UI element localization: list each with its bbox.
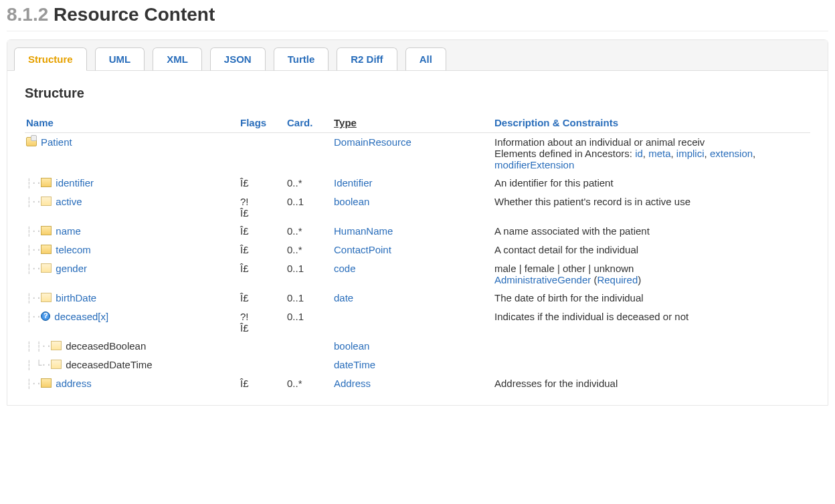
cardinality: 0..1 [286, 193, 333, 222]
element-name[interactable]: telecom [56, 244, 91, 255]
flags: Î£ [239, 374, 286, 393]
type-link[interactable]: Identifier [334, 177, 373, 188]
element-name[interactable]: gender [56, 263, 87, 274]
type-link[interactable]: HumanName [334, 225, 393, 237]
flags [239, 133, 286, 174]
tab-json[interactable]: JSON [210, 47, 266, 71]
description: Information about an individual or anima… [493, 133, 810, 174]
element-name[interactable]: name [56, 225, 81, 237]
cardinality: 0..1 [286, 307, 333, 337]
description: Whether this patient's record is in acti… [493, 193, 810, 222]
cardinality: 0..* [286, 374, 333, 393]
description [493, 337, 810, 356]
element-name[interactable]: deceased[x] [54, 311, 108, 322]
element-name: deceasedDateTime [66, 359, 153, 370]
tab-r2-diff[interactable]: R2 Diff [337, 47, 397, 71]
type-link[interactable]: boolean [334, 196, 369, 207]
tab-structure[interactable]: Structure [14, 47, 87, 71]
element-name[interactable]: identifier [56, 177, 94, 188]
element-name[interactable]: active [56, 196, 82, 207]
structure-table: Name Flags Card. Type Description & Cons… [25, 113, 810, 393]
row-gender: ┆·· genderÎ£0..1codemale | female | othe… [25, 259, 810, 289]
type-link[interactable]: boolean [334, 340, 369, 352]
flags [239, 356, 286, 374]
section-heading: Structure [25, 86, 810, 101]
tree-lines: ┆ └·· [26, 359, 51, 371]
type-link[interactable]: ContactPoint [334, 244, 391, 255]
cardinality: 0..* [286, 241, 333, 259]
prim-icon [41, 293, 52, 302]
flags: Î£ [239, 241, 286, 259]
row-deceased: ┆·· deceased[x]?! Î£0..1Indicates if the… [25, 307, 810, 337]
description: A name associated with the patient [493, 222, 810, 241]
page-title-text: Resource Content [54, 4, 215, 25]
resource-content-panel: StructureUMLXMLJSONTurtleR2 DiffAll Stru… [7, 39, 828, 406]
prim-icon [41, 197, 52, 206]
cube-icon [41, 178, 52, 187]
cardinality [286, 133, 333, 174]
ancestor-link[interactable]: id [635, 148, 643, 159]
cardinality: 0..* [286, 174, 333, 193]
description: male | female | other | unknownAdministr… [493, 259, 810, 289]
binding-link[interactable]: AdministrativeGender [494, 274, 591, 285]
col-header-name[interactable]: Name [25, 113, 239, 133]
col-header-card[interactable]: Card. [286, 113, 333, 133]
tab-uml[interactable]: UML [95, 47, 145, 71]
col-header-desc[interactable]: Description & Constraints [493, 113, 810, 133]
type-link[interactable]: DomainResource [334, 136, 411, 148]
description: An identifier for this patient [493, 174, 810, 193]
tree-lines: ┆·· [26, 225, 41, 237]
row-deceasedBoolean: ┆ ┆·· deceasedBooleanboolean [25, 337, 810, 356]
element-name[interactable]: address [56, 378, 91, 389]
row-active: ┆·· active?! Î£0..1booleanWhether this p… [25, 193, 810, 222]
element-name[interactable]: Patient [41, 136, 72, 148]
ancestor-link[interactable]: modifierExtension [494, 159, 574, 170]
cardinality [286, 356, 333, 374]
cube-icon [41, 245, 52, 254]
cardinality [286, 337, 333, 356]
description: Indicates if the individual is deceased … [493, 307, 810, 337]
element-name[interactable]: birthDate [56, 292, 96, 303]
tab-all[interactable]: All [405, 47, 446, 71]
flags: Î£ [239, 174, 286, 193]
type-link[interactable]: dateTime [334, 359, 375, 370]
row-birthDate: ┆·· birthDateÎ£0..1dateThe date of birth… [25, 289, 810, 307]
description: Addresses for the individual [493, 374, 810, 393]
col-header-type[interactable]: Type [333, 113, 493, 133]
row-telecom: ┆·· telecomÎ£0..*ContactPointA contact d… [25, 241, 810, 259]
tree-lines: ┆·· [26, 177, 41, 189]
ancestor-link[interactable]: implici [676, 148, 705, 159]
tree-lines: ┆·· [26, 263, 41, 275]
element-name: deceasedBoolean [66, 340, 146, 352]
folder-icon [26, 137, 37, 146]
col-header-flags[interactable]: Flags [239, 113, 286, 133]
row-patient: PatientDomainResourceInformation about a… [25, 133, 810, 174]
tab-turtle[interactable]: Turtle [274, 47, 329, 71]
ancestor-link[interactable]: meta [648, 148, 670, 159]
flags: ?! Î£ [239, 307, 286, 337]
prim-icon [41, 263, 52, 273]
tree-lines: ┆·· [26, 311, 41, 323]
description: The date of birth for the individual [493, 289, 810, 307]
section-number: 8.1.2 [7, 4, 48, 25]
cube-icon [41, 226, 52, 235]
type-link[interactable]: code [334, 263, 356, 274]
tab-bar: StructureUMLXMLJSONTurtleR2 DiffAll [7, 40, 828, 71]
type-link[interactable]: Address [334, 378, 371, 389]
description: A contact detail for the individual [493, 241, 810, 259]
tree-lines: ┆·· [26, 292, 41, 304]
type-link[interactable]: date [334, 292, 353, 303]
tab-xml[interactable]: XML [153, 47, 202, 71]
cube-icon [41, 378, 52, 388]
tree-lines: ┆·· [26, 244, 41, 256]
tree-lines: ┆·· [26, 378, 41, 390]
tree-lines: ┆ ┆·· [26, 340, 51, 352]
ancestor-link[interactable]: extension [710, 148, 753, 159]
row-address: ┆·· addressÎ£0..*AddressAddresses for th… [25, 374, 810, 393]
binding-strength[interactable]: Required [597, 274, 638, 285]
row-deceasedDateTime: ┆ └·· deceasedDateTimedateTime [25, 356, 810, 374]
page-title: 8.1.2 Resource Content [7, 4, 828, 31]
choice-icon [41, 311, 50, 321]
cardinality: 0..* [286, 222, 333, 241]
cardinality: 0..1 [286, 259, 333, 289]
